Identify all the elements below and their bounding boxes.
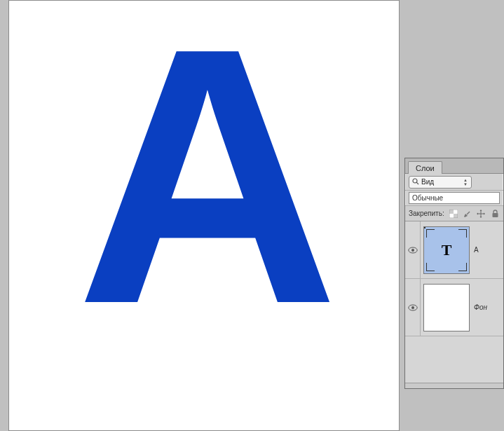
svg-point-16 [411, 249, 414, 252]
search-icon [412, 178, 419, 186]
lock-label: Закрепить: [409, 210, 444, 217]
layer-name-label[interactable]: A [474, 246, 479, 254]
layer-content[interactable]: T A [421, 221, 503, 278]
layer-content[interactable]: Фон [421, 279, 503, 336]
lock-position-icon[interactable] [476, 209, 486, 219]
eye-icon [408, 304, 418, 311]
layers-panel: Слои Вид ▲▼ Обычные Закрепить: [404, 158, 504, 389]
svg-rect-4 [454, 210, 458, 214]
svg-point-18 [411, 306, 414, 309]
blend-mode-select[interactable]: Обычные [409, 192, 500, 204]
layer-thumbnail[interactable] [423, 284, 470, 331]
lock-row: Закрепить: [405, 206, 503, 221]
svg-point-0 [413, 179, 417, 183]
layer-name-label[interactable]: Фон [474, 303, 487, 311]
svg-marker-13 [484, 212, 485, 214]
svg-rect-2 [449, 210, 454, 214]
text-layer-content[interactable]: А [76, 0, 332, 358]
layer-row-text[interactable]: T A [405, 221, 503, 279]
panel-tab-bar: Слои [405, 158, 503, 174]
svg-line-1 [416, 182, 418, 184]
svg-marker-10 [480, 210, 482, 211]
svg-rect-14 [492, 213, 498, 217]
eye-icon [408, 247, 418, 254]
layer-list: T A Фон [405, 221, 503, 383]
stepper-icon[interactable]: ▲▼ [461, 177, 470, 188]
visibility-toggle[interactable] [405, 221, 421, 278]
lock-transparency-icon[interactable] [449, 209, 458, 219]
document-canvas[interactable]: А [8, 0, 400, 431]
layer-thumbnail[interactable]: T [423, 226, 470, 274]
svg-rect-5 [449, 214, 454, 218]
filter-kind-label: Вид [421, 178, 434, 186]
blend-mode-value: Обычные [412, 194, 443, 202]
layer-filter-row: Вид ▲▼ [405, 174, 503, 191]
visibility-toggle[interactable] [405, 279, 421, 336]
svg-marker-11 [480, 217, 482, 218]
lock-all-icon[interactable] [490, 209, 500, 219]
filter-kind-select[interactable]: Вид ▲▼ [409, 176, 472, 189]
svg-marker-12 [477, 212, 478, 214]
canvas-workspace: А [8, 0, 400, 431]
layer-row-background[interactable]: Фон [405, 279, 503, 336]
svg-rect-3 [454, 214, 458, 218]
svg-line-7 [467, 212, 470, 214]
lock-brush-icon[interactable] [463, 209, 472, 219]
blend-mode-row: Обычные [405, 191, 503, 206]
text-layer-icon: T [442, 241, 452, 259]
tab-layers[interactable]: Слои [408, 161, 442, 174]
panel-footer [405, 383, 503, 388]
